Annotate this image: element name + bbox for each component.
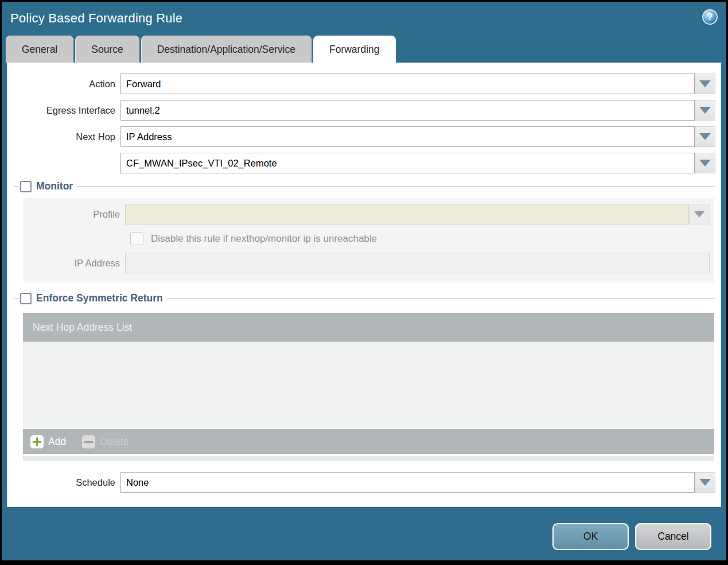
profile-label: Profile <box>23 209 125 220</box>
chevron-down-icon <box>694 211 705 218</box>
next-hop-address-row: CF_MWAN_IPsec_VTI_02_Remote <box>14 153 715 173</box>
egress-interface-value: tunnel.2 <box>126 105 160 116</box>
symmetric-return-section-header: Enforce Symmetric Return <box>14 292 715 304</box>
action-label: Action <box>14 79 120 90</box>
table-footer-toolbar: Add Delete <box>23 429 714 454</box>
tab-general[interactable]: General <box>6 36 73 63</box>
ok-button[interactable]: OK <box>552 523 629 550</box>
table-header-row: Next Hop Address List <box>23 313 714 342</box>
monitor-ip-address-row: IP Address <box>23 253 710 273</box>
next-hop-address-select[interactable]: CF_MWAN_IPsec_VTI_02_Remote <box>120 153 695 173</box>
tab-source[interactable]: Source <box>75 36 139 63</box>
schedule-select[interactable]: None <box>120 472 695 493</box>
schedule-label: Schedule <box>14 477 120 488</box>
next-hop-address-list-table: Next Hop Address List Add Delete <box>23 313 714 454</box>
chevron-down-icon <box>699 160 711 167</box>
chevron-down-icon <box>699 133 711 140</box>
egress-interface-select[interactable]: tunnel.2 <box>120 100 695 121</box>
action-dropdown-button[interactable] <box>695 73 715 94</box>
dialog-title: Policy Based Forwarding Rule <box>10 11 182 26</box>
egress-interface-label: Egress Interface <box>14 105 120 116</box>
next-hop-row: Next Hop IP Address <box>14 126 715 147</box>
schedule-row: Schedule None <box>14 472 715 493</box>
action-value: Forward <box>126 79 161 90</box>
monitor-panel: Profile Disable this rule if nexthop/mon… <box>23 198 714 282</box>
help-icon[interactable]: ? <box>702 9 718 25</box>
forwarding-tab-panel: Action Forward Egress Interface tunnel.2… <box>7 63 721 507</box>
table-horizontal-scrollbar[interactable] <box>23 456 714 461</box>
policy-based-forwarding-dialog: Policy Based Forwarding Rule ? General S… <box>2 2 726 560</box>
egress-interface-dropdown-button[interactable] <box>695 100 715 121</box>
tab-bar: General Source Destination/Application/S… <box>2 35 726 63</box>
monitor-section-header: Monitor <box>14 180 715 192</box>
disable-rule-row: Disable this rule if nexthop/monitor ip … <box>130 232 710 245</box>
profile-row: Profile <box>23 204 710 225</box>
add-button-label: Add <box>48 436 66 448</box>
egress-interface-row: Egress Interface tunnel.2 <box>14 100 715 121</box>
next-hop-address-dropdown-button[interactable] <box>695 153 715 173</box>
table-body-empty[interactable] <box>23 342 714 429</box>
schedule-value: None <box>126 477 149 488</box>
schedule-dropdown-button[interactable] <box>695 472 715 493</box>
plus-icon <box>30 435 44 448</box>
minus-icon <box>82 435 95 448</box>
profile-dropdown-button <box>689 204 710 225</box>
ip-address-label: IP Address <box>23 258 125 269</box>
disable-rule-label: Disable this rule if nexthop/monitor ip … <box>151 233 377 245</box>
monitor-checkbox[interactable] <box>20 181 32 192</box>
next-hop-type-select[interactable]: IP Address <box>120 126 695 147</box>
disable-rule-checkbox <box>130 232 143 245</box>
tab-forwarding[interactable]: Forwarding <box>313 36 396 63</box>
delete-button: Delete <box>82 435 129 448</box>
chevron-down-icon <box>699 107 711 114</box>
next-hop-type-value: IP Address <box>126 131 172 142</box>
next-hop-address-value: CF_MWAN_IPsec_VTI_02_Remote <box>126 158 277 169</box>
action-row: Action Forward <box>14 73 715 94</box>
profile-select <box>125 204 689 225</box>
cancel-button[interactable]: Cancel <box>635 523 711 550</box>
ip-address-input <box>125 253 710 273</box>
table-column-header: Next Hop Address List <box>33 322 132 334</box>
add-button[interactable]: Add <box>30 435 66 448</box>
chevron-down-icon <box>699 479 711 486</box>
delete-button-label: Delete <box>100 436 129 448</box>
chevron-down-icon <box>699 80 711 87</box>
next-hop-label: Next Hop <box>14 131 120 142</box>
enforce-symmetric-return-checkbox[interactable] <box>20 293 32 304</box>
next-hop-dropdown-button[interactable] <box>695 126 715 147</box>
symmetric-return-section-title: Enforce Symmetric Return <box>36 292 163 304</box>
dialog-titlebar: Policy Based Forwarding Rule ? <box>2 2 726 35</box>
tab-destination-application-service[interactable]: Destination/Application/Service <box>141 36 312 63</box>
monitor-section-title: Monitor <box>36 180 73 192</box>
action-select[interactable]: Forward <box>120 73 695 94</box>
